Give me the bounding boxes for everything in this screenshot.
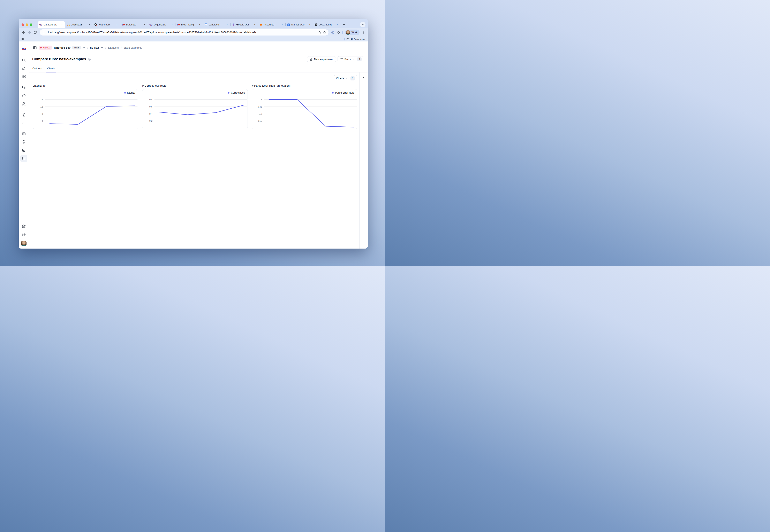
browser-tabs: Datasets | L×20250923×feat(io-tab×Datase… bbox=[38, 21, 340, 28]
profile-name: Work bbox=[352, 31, 357, 34]
chart-title: # Parse Error Rate (annotation) bbox=[252, 84, 357, 87]
browser-tab[interactable]: Blog - Lang× bbox=[175, 21, 203, 28]
charts-dropdown-button[interactable]: Charts 3 bbox=[334, 75, 357, 81]
breadcrumb-project[interactable]: no-filter bbox=[90, 46, 99, 49]
close-tab-icon[interactable]: × bbox=[253, 23, 256, 26]
sidebar-item-settings[interactable] bbox=[20, 223, 27, 230]
maximize-window-button[interactable] bbox=[30, 23, 32, 26]
breadcrumb-organization[interactable]: langfuse-dev bbox=[54, 46, 70, 49]
y-tick-label: 4 bbox=[42, 120, 43, 122]
sidebar-item-playground[interactable] bbox=[20, 119, 27, 126]
sidebar-toggle-button[interactable] bbox=[33, 46, 37, 49]
chart-title: # Correctness (eval) bbox=[142, 84, 248, 87]
charts-panel: Charts 3 Latency (s) bbox=[29, 72, 368, 249]
close-tab-icon[interactable]: × bbox=[60, 23, 63, 26]
org-type-badge: Team bbox=[72, 46, 81, 49]
zoom-page-icon[interactable] bbox=[318, 31, 321, 34]
close-tab-icon[interactable]: × bbox=[308, 23, 311, 26]
new-tab-button[interactable]: + bbox=[341, 22, 347, 28]
browser-tab[interactable]: Google Ger× bbox=[230, 21, 258, 28]
browser-tab[interactable]: Datasets | L× bbox=[38, 21, 65, 28]
bookmark-star-icon[interactable] bbox=[323, 31, 326, 34]
close-tab-icon[interactable]: × bbox=[336, 23, 339, 26]
sidebar-item-datasets[interactable] bbox=[20, 155, 27, 162]
sidebar-item-sessions[interactable] bbox=[20, 92, 27, 99]
password-manager-icon[interactable] bbox=[331, 31, 335, 34]
site-settings-icon[interactable] bbox=[42, 31, 45, 34]
tab-title: feat(io-tab bbox=[99, 23, 114, 26]
tab-title: Accounts | bbox=[264, 23, 279, 26]
sidebar-item-tracing[interactable] bbox=[20, 84, 27, 91]
tab-outputs[interactable]: Outputs bbox=[32, 67, 42, 72]
close-window-button[interactable] bbox=[22, 23, 24, 26]
extensions-puzzle-icon[interactable] bbox=[337, 31, 340, 34]
browser-tab[interactable]: Datasets |× bbox=[120, 21, 148, 28]
browser-tab[interactable]: Organizatio× bbox=[148, 21, 175, 28]
window-controls[interactable] bbox=[22, 21, 32, 28]
tab-charts[interactable]: Charts bbox=[47, 67, 55, 72]
browser-tab[interactable]: docs: add g× bbox=[313, 21, 340, 28]
user-avatar[interactable] bbox=[21, 241, 26, 246]
chevron-down-icon bbox=[352, 58, 354, 60]
runs-dropdown-button[interactable]: Runs 4 bbox=[338, 56, 364, 62]
page-tabs: Outputs Charts bbox=[29, 64, 368, 72]
sidebar-item-home[interactable] bbox=[20, 65, 27, 72]
right-panel-gutter bbox=[359, 72, 368, 249]
legend-dot bbox=[228, 92, 230, 94]
sidebar-item-annotation[interactable] bbox=[20, 147, 27, 154]
browser-tab[interactable]: 20250923× bbox=[65, 21, 93, 28]
browser-tab[interactable]: Marlies wee× bbox=[285, 21, 313, 28]
toolbar-right: Work bbox=[330, 30, 366, 35]
sidebar-item-dashboards[interactable] bbox=[20, 73, 27, 80]
close-tab-icon[interactable]: × bbox=[170, 23, 173, 26]
y-tick-label: 16 bbox=[40, 98, 43, 101]
settings-icon bbox=[22, 224, 26, 228]
sidebar-item-insights[interactable] bbox=[20, 139, 27, 146]
browser-tab[interactable]: Accounts |× bbox=[258, 21, 285, 28]
sidebar-item-users[interactable] bbox=[20, 100, 27, 107]
langfuse-logo-icon[interactable] bbox=[22, 47, 26, 51]
close-tab-icon[interactable]: × bbox=[115, 23, 118, 26]
close-tab-icon[interactable]: × bbox=[88, 23, 91, 26]
runs-count-badge: 4 bbox=[357, 57, 362, 61]
apps-grid-icon[interactable] bbox=[21, 38, 24, 40]
browser-tab[interactable]: feat(io-tab× bbox=[93, 21, 120, 28]
langfuse-favicon-icon bbox=[122, 23, 125, 26]
close-tab-icon[interactable]: × bbox=[198, 23, 201, 26]
breadcrumb-dataset[interactable]: basic-examples bbox=[124, 46, 142, 49]
sidebar-bottom bbox=[20, 222, 27, 249]
breadcrumb-section[interactable]: Datasets bbox=[108, 46, 118, 49]
browser-menu-button[interactable] bbox=[362, 31, 365, 34]
close-tab-icon[interactable]: × bbox=[281, 23, 284, 26]
collapse-panel-button[interactable] bbox=[362, 76, 365, 249]
close-tab-icon[interactable]: × bbox=[143, 23, 146, 26]
sidebar-item-search[interactable] bbox=[20, 57, 27, 64]
chart-card: Parse Error Rate 0.60.450.30.15 bbox=[252, 89, 357, 129]
bookmarks-divider bbox=[344, 38, 345, 40]
page-header: Compare runs: basic-examples New experim… bbox=[29, 54, 368, 64]
info-icon[interactable] bbox=[88, 58, 91, 61]
browser-tab[interactable]: 6Langfuse -× bbox=[203, 21, 230, 28]
org-chevron-down-icon[interactable] bbox=[83, 47, 85, 49]
sidebar-item-prompts[interactable] bbox=[20, 111, 27, 118]
colab-favicon-icon bbox=[67, 23, 70, 26]
refresh-button[interactable] bbox=[32, 30, 38, 35]
forward-button[interactable] bbox=[26, 30, 32, 35]
legend-dot bbox=[332, 92, 334, 94]
address-bar[interactable]: cloud.langfuse.com/project/cmfwgv8fx002o… bbox=[40, 29, 329, 36]
y-tick-label: 0.15 bbox=[258, 120, 262, 122]
project-chevron-down-icon[interactable] bbox=[101, 47, 103, 49]
bookmarks-bar: All Bookmarks bbox=[19, 37, 368, 41]
browser-profile-button[interactable]: Work bbox=[345, 30, 360, 35]
sidebar-item-support[interactable] bbox=[20, 231, 27, 238]
y-axis-ticks: 0.60.450.30.15 bbox=[252, 89, 263, 129]
minimize-window-button[interactable] bbox=[26, 23, 28, 26]
new-experiment-button[interactable]: New experiment bbox=[307, 56, 336, 62]
close-tab-icon[interactable]: × bbox=[226, 23, 229, 26]
sidebar-item-evaluation[interactable] bbox=[20, 130, 27, 137]
environment-badge[interactable]: PROD-EU bbox=[39, 46, 52, 50]
back-button[interactable] bbox=[21, 30, 26, 35]
all-bookmarks[interactable]: All Bookmarks bbox=[344, 38, 365, 41]
url-text[interactable]: cloud.langfuse.com/project/cmfwgv8fx002o… bbox=[47, 31, 316, 34]
tab-search-button[interactable] bbox=[360, 22, 365, 27]
